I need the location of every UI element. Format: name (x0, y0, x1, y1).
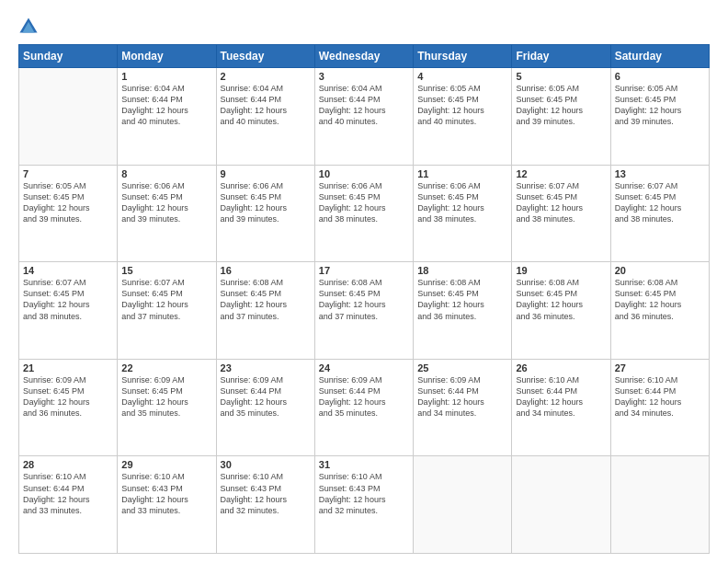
calendar-cell (19, 68, 118, 166)
day-info: Sunrise: 6:07 AM Sunset: 6:45 PM Dayligh… (121, 277, 211, 322)
day-info: Sunrise: 6:06 AM Sunset: 6:45 PM Dayligh… (121, 180, 211, 225)
calendar-week-row: 7Sunrise: 6:05 AM Sunset: 6:45 PM Daylig… (19, 165, 710, 262)
day-number: 2 (221, 71, 311, 82)
calendar-cell: 6Sunrise: 6:05 AM Sunset: 6:45 PM Daylig… (610, 68, 709, 166)
calendar-cell: 18Sunrise: 6:08 AM Sunset: 6:45 PM Dayli… (414, 262, 512, 360)
calendar-cell: 28Sunrise: 6:10 AM Sunset: 6:44 PM Dayli… (19, 456, 118, 554)
calendar-cell: 16Sunrise: 6:08 AM Sunset: 6:45 PM Dayli… (216, 262, 314, 360)
day-number: 11 (417, 168, 507, 179)
calendar-cell: 27Sunrise: 6:10 AM Sunset: 6:44 PM Dayli… (610, 359, 709, 456)
calendar-cell: 23Sunrise: 6:09 AM Sunset: 6:44 PM Dayli… (216, 359, 314, 456)
day-info: Sunrise: 6:09 AM Sunset: 6:44 PM Dayligh… (319, 374, 409, 419)
weekday-header: Monday (118, 45, 216, 68)
calendar-cell: 15Sunrise: 6:07 AM Sunset: 6:45 PM Dayli… (118, 262, 216, 360)
day-info: Sunrise: 6:10 AM Sunset: 6:44 PM Dayligh… (615, 374, 705, 419)
day-info: Sunrise: 6:10 AM Sunset: 6:43 PM Dayligh… (121, 471, 211, 516)
day-number: 8 (121, 168, 211, 179)
calendar-cell: 30Sunrise: 6:10 AM Sunset: 6:43 PM Dayli… (216, 456, 314, 554)
calendar-week-row: 21Sunrise: 6:09 AM Sunset: 6:45 PM Dayli… (19, 359, 710, 456)
calendar-cell: 7Sunrise: 6:05 AM Sunset: 6:45 PM Daylig… (19, 165, 118, 262)
day-number: 1 (121, 71, 211, 82)
day-number: 20 (615, 265, 705, 276)
day-info: Sunrise: 6:09 AM Sunset: 6:45 PM Dayligh… (23, 374, 113, 419)
day-number: 15 (121, 265, 211, 276)
calendar-table: SundayMondayTuesdayWednesdayThursdayFrid… (18, 44, 710, 554)
calendar-week-row: 1Sunrise: 6:04 AM Sunset: 6:44 PM Daylig… (19, 68, 710, 166)
day-number: 7 (23, 168, 113, 179)
day-number: 27 (615, 362, 705, 373)
day-info: Sunrise: 6:05 AM Sunset: 6:45 PM Dayligh… (516, 83, 606, 128)
day-number: 22 (121, 362, 211, 373)
calendar-cell: 24Sunrise: 6:09 AM Sunset: 6:44 PM Dayli… (314, 359, 413, 456)
day-info: Sunrise: 6:10 AM Sunset: 6:43 PM Dayligh… (221, 471, 311, 516)
calendar-cell: 11Sunrise: 6:06 AM Sunset: 6:45 PM Dayli… (414, 165, 512, 262)
calendar-cell: 20Sunrise: 6:08 AM Sunset: 6:45 PM Dayli… (610, 262, 709, 360)
day-number: 9 (221, 168, 311, 179)
day-number: 14 (23, 265, 113, 276)
day-info: Sunrise: 6:05 AM Sunset: 6:45 PM Dayligh… (417, 83, 507, 128)
day-info: Sunrise: 6:09 AM Sunset: 6:44 PM Dayligh… (221, 374, 311, 419)
weekday-header: Wednesday (314, 45, 413, 68)
day-info: Sunrise: 6:06 AM Sunset: 6:45 PM Dayligh… (221, 180, 311, 225)
calendar-cell: 31Sunrise: 6:10 AM Sunset: 6:43 PM Dayli… (314, 456, 413, 554)
day-number: 17 (319, 265, 409, 276)
page: SundayMondayTuesdayWednesdayThursdayFrid… (0, 0, 728, 563)
calendar-cell: 26Sunrise: 6:10 AM Sunset: 6:44 PM Dayli… (512, 359, 610, 456)
day-info: Sunrise: 6:08 AM Sunset: 6:45 PM Dayligh… (221, 277, 311, 322)
weekday-header: Thursday (414, 45, 512, 68)
calendar-cell: 19Sunrise: 6:08 AM Sunset: 6:45 PM Dayli… (512, 262, 610, 360)
day-info: Sunrise: 6:08 AM Sunset: 6:45 PM Dayligh… (319, 277, 409, 322)
calendar-cell: 4Sunrise: 6:05 AM Sunset: 6:45 PM Daylig… (414, 68, 512, 166)
calendar-cell: 13Sunrise: 6:07 AM Sunset: 6:45 PM Dayli… (610, 165, 709, 262)
calendar-cell: 2Sunrise: 6:04 AM Sunset: 6:44 PM Daylig… (216, 68, 314, 166)
weekday-header: Saturday (610, 45, 709, 68)
day-info: Sunrise: 6:05 AM Sunset: 6:45 PM Dayligh… (23, 180, 113, 225)
day-number: 19 (516, 265, 606, 276)
day-number: 21 (23, 362, 113, 373)
day-number: 16 (221, 265, 311, 276)
calendar-cell (414, 456, 512, 554)
day-info: Sunrise: 6:06 AM Sunset: 6:45 PM Dayligh… (319, 180, 409, 225)
logo-icon (18, 17, 39, 37)
weekday-header: Tuesday (216, 45, 314, 68)
day-info: Sunrise: 6:10 AM Sunset: 6:43 PM Dayligh… (319, 471, 409, 516)
day-info: Sunrise: 6:08 AM Sunset: 6:45 PM Dayligh… (516, 277, 606, 322)
weekday-header: Friday (512, 45, 610, 68)
day-info: Sunrise: 6:04 AM Sunset: 6:44 PM Dayligh… (319, 83, 409, 128)
day-number: 3 (319, 71, 409, 82)
calendar-cell: 8Sunrise: 6:06 AM Sunset: 6:45 PM Daylig… (118, 165, 216, 262)
calendar-cell: 10Sunrise: 6:06 AM Sunset: 6:45 PM Dayli… (314, 165, 413, 262)
day-number: 6 (615, 71, 705, 82)
day-number: 12 (516, 168, 606, 179)
calendar-cell: 12Sunrise: 6:07 AM Sunset: 6:45 PM Dayli… (512, 165, 610, 262)
day-number: 5 (516, 71, 606, 82)
calendar-cell: 9Sunrise: 6:06 AM Sunset: 6:45 PM Daylig… (216, 165, 314, 262)
calendar-cell: 3Sunrise: 6:04 AM Sunset: 6:44 PM Daylig… (314, 68, 413, 166)
day-number: 25 (417, 362, 507, 373)
header (18, 17, 710, 37)
calendar-cell (512, 456, 610, 554)
day-number: 23 (221, 362, 311, 373)
calendar-cell: 17Sunrise: 6:08 AM Sunset: 6:45 PM Dayli… (314, 262, 413, 360)
calendar-week-row: 28Sunrise: 6:10 AM Sunset: 6:44 PM Dayli… (19, 456, 710, 554)
day-info: Sunrise: 6:10 AM Sunset: 6:44 PM Dayligh… (516, 374, 606, 419)
day-number: 26 (516, 362, 606, 373)
day-info: Sunrise: 6:09 AM Sunset: 6:44 PM Dayligh… (417, 374, 507, 419)
calendar-cell: 21Sunrise: 6:09 AM Sunset: 6:45 PM Dayli… (19, 359, 118, 456)
day-info: Sunrise: 6:04 AM Sunset: 6:44 PM Dayligh… (121, 83, 211, 128)
calendar-week-row: 14Sunrise: 6:07 AM Sunset: 6:45 PM Dayli… (19, 262, 710, 360)
weekday-header-row: SundayMondayTuesdayWednesdayThursdayFrid… (19, 45, 710, 68)
calendar-cell: 14Sunrise: 6:07 AM Sunset: 6:45 PM Dayli… (19, 262, 118, 360)
logo (18, 17, 42, 37)
calendar-cell: 5Sunrise: 6:05 AM Sunset: 6:45 PM Daylig… (512, 68, 610, 166)
day-number: 31 (319, 459, 409, 470)
calendar-cell: 29Sunrise: 6:10 AM Sunset: 6:43 PM Dayli… (118, 456, 216, 554)
day-number: 24 (319, 362, 409, 373)
day-number: 30 (221, 459, 311, 470)
day-info: Sunrise: 6:07 AM Sunset: 6:45 PM Dayligh… (615, 180, 705, 225)
day-number: 10 (319, 168, 409, 179)
day-info: Sunrise: 6:04 AM Sunset: 6:44 PM Dayligh… (221, 83, 311, 128)
day-number: 18 (417, 265, 507, 276)
day-number: 4 (417, 71, 507, 82)
day-info: Sunrise: 6:10 AM Sunset: 6:44 PM Dayligh… (23, 471, 113, 516)
